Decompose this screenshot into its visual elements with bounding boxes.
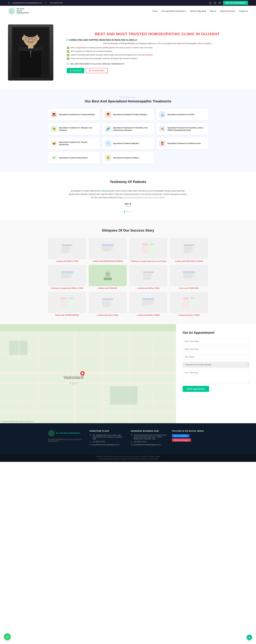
instagram-button[interactable]: Follow us on Instagram <box>172 438 191 442</box>
hero-buttons: 🏥 Visit Clinic 💬 Consult Online <box>67 68 248 73</box>
svg-rect-36 <box>184 251 192 252</box>
gallery-item-6[interactable]: A patient with RENAL STONE <box>129 265 167 289</box>
gallery-section: Glimpses Of Our Success Story A patient … <box>0 220 256 324</box>
service-card-7[interactable]: 🫧 Specialized Treatment Migraine <box>102 138 154 149</box>
check-icon-3: ✅ <box>67 54 69 56</box>
dot-1[interactable] <box>124 211 125 212</box>
gallery-image-10 <box>129 292 167 313</box>
gallery-image-11 <box>170 292 208 313</box>
gallery-image-6 <box>129 265 167 286</box>
facebook-icon[interactable]: f <box>209 1 212 4</box>
check-icon-4: ✅ <box>67 58 69 60</box>
nav-home[interactable]: Home <box>153 10 158 12</box>
testimonial-next-button[interactable]: › <box>192 193 193 197</box>
footer-instagram-container: Follow us on Instagram <box>172 438 208 442</box>
service-icon-7: 🫧 <box>105 140 111 147</box>
dot-2[interactable] <box>126 211 128 212</box>
top-bar: ✉ drvijaybbhatthomoeopathy@gmail.com 📞 +… <box>0 0 256 6</box>
svg-point-43 <box>105 272 110 277</box>
footer-col-signature: SIGNATURE PLACE 📍 202, Signature Plaza, … <box>89 430 125 447</box>
care-label: WE CARE FROM BIRTH TO OLD AGE THROUGH HO… <box>70 63 125 65</box>
nav-meet-doctor[interactable]: Meet Dr Vijay Bhatt <box>190 10 206 12</box>
service-card-5[interactable]: 🧠 Specialized Treatment For Dyslexia, Au… <box>156 123 208 135</box>
svg-text:BHATT: BHATT <box>10 12 13 13</box>
gallery-item-5[interactable]: Patients with PSORIASIS <box>89 265 127 289</box>
consult-online-button[interactable]: 💬 Consult Online <box>86 68 108 73</box>
service-name-9: Specialized Treatment Renal Stone <box>59 157 88 159</box>
service-card-4[interactable]: 🧬 Specialized Treatment For Hereditary A… <box>102 123 154 135</box>
feature-text-2: 90% of patients are referred by our este… <box>71 50 113 52</box>
dot-4[interactable] <box>131 211 132 212</box>
visit-icon: 🏥 <box>70 70 72 72</box>
gallery-image-8 <box>48 292 86 313</box>
gallery-svg-4 <box>60 270 74 281</box>
service-card-1[interactable]: 👨 Specialized Treatment For Male Inferti… <box>102 109 154 120</box>
gallery-item-8[interactable]: Patient with UTERINE FIBROID <box>48 292 86 316</box>
service-card-10[interactable]: 👶 Specialized Treatment Children <box>102 152 154 164</box>
nav-why-us[interactable]: Why us <box>210 10 216 12</box>
svg-rect-55 <box>183 278 192 278</box>
gallery-item-10[interactable]: A patient with RENAL STONEs <box>129 292 167 316</box>
gallery-item-2[interactable]: Testimony of a patient with fissures and… <box>129 238 167 262</box>
service-card-6[interactable]: 🦋 Specialized Treatment For Thyroid Dysf… <box>48 138 100 149</box>
svg-rect-51 <box>183 271 195 273</box>
topbar-phone[interactable]: +91 9152075750 <box>50 2 63 4</box>
svg-rect-64 <box>102 305 111 306</box>
book-appointment-button[interactable]: Book Appointment <box>183 386 209 392</box>
feature-text-3: Expert in providing rapid, gentle and qu… <box>71 54 153 56</box>
gallery-item-4[interactable]: Testimony of a patient with RENAL STONE <box>48 265 86 289</box>
gallery-item-11[interactable]: A patient with GALL STONE <box>170 292 208 316</box>
nav-treatments[interactable]: Our Specialized Treatments ▾ <box>162 10 186 12</box>
copyright-text: © 2025 drvijaybbhatthomoeopathy. All Rig… <box>8 458 248 460</box>
svg-rect-79 <box>101 331 103 423</box>
service-card-9[interactable]: 💎 Specialized Treatment Renal Stone <box>48 152 100 164</box>
service-card-8[interactable]: 💆 Specialized Treatment For Mental Issue… <box>156 138 208 149</box>
gallery-item-9[interactable]: A patient with GALL STONE <box>89 292 127 316</box>
svg-rect-49 <box>143 278 152 278</box>
gallery-item-1[interactable]: A patient with RHEUMATOID ARTHRITIS <box>89 238 127 262</box>
footer-signature-heading: SIGNATURE PLACE <box>89 430 125 432</box>
phone-icon-social[interactable]: ☏ <box>218 1 222 4</box>
visit-clinic-button[interactable]: 🏥 Visit Clinic <box>67 68 84 73</box>
service-icon-2: 🔬 <box>159 112 165 118</box>
svg-rect-65 <box>102 306 109 307</box>
instagram-icon[interactable]: in <box>214 1 217 4</box>
topbar-email[interactable]: drvijaybbhatthomoeopathy@gmail.com <box>12 2 42 4</box>
name-input[interactable] <box>183 338 249 344</box>
check-icon-2: ✅ <box>67 50 69 53</box>
service-icon-9: 💎 <box>51 155 57 161</box>
svg-rect-20 <box>62 249 69 250</box>
consult-icon: 💬 <box>89 70 91 72</box>
treatment-select[interactable]: Treatment For Female Infertility Treatme… <box>183 362 249 368</box>
phone-input[interactable] <box>183 354 249 360</box>
email-input[interactable] <box>183 346 249 352</box>
service-card-2[interactable]: 🔬 Specialized Treatment For PCOD <box>156 109 208 120</box>
get-appointment-button[interactable]: GET AN APPOINTMENT! <box>223 1 248 5</box>
svg-point-6 <box>23 28 38 37</box>
gallery-caption-7: A rare case if PORPHYRIA <box>170 287 208 289</box>
nav-our-doctors[interactable]: Meet Our Doctors <box>220 10 235 12</box>
gallery-item-0[interactable]: A patient with RENAL STONE <box>48 238 86 262</box>
gallery-svg-10 <box>142 297 155 308</box>
service-name-0: Specialized Treatment For Female Inferti… <box>59 114 95 116</box>
gallery-image-7 <box>170 265 208 286</box>
svg-rect-69 <box>142 303 154 304</box>
service-icon-0: 👩 <box>51 112 57 118</box>
gallery-image-5 <box>89 265 127 286</box>
message-textarea[interactable] <box>183 370 249 383</box>
testimonials-title: Testimony Of Patients <box>8 180 248 184</box>
testimonial-prev-button[interactable]: ‹ <box>63 193 64 197</box>
gallery-item-3[interactable]: A patient with PROSTRATE CANCER <box>170 238 208 262</box>
dot-3[interactable] <box>128 211 130 212</box>
testimonial-text: My daughter n myself suffered from covid… <box>68 189 188 200</box>
location-icon-2: 📍 <box>131 434 133 436</box>
service-card-0[interactable]: 👩 Specialized Treatment For Female Infer… <box>48 109 100 120</box>
facebook-button[interactable]: Like us on Facebook <box>172 434 189 438</box>
nav-contact[interactable]: Contact us <box>239 10 248 12</box>
service-card-3[interactable]: 🤧 Specialized Treatment For Allergies An… <box>48 123 100 135</box>
gallery-image-0 <box>48 238 86 259</box>
service-icon-5: 🧠 <box>159 126 165 132</box>
gallery-item-7[interactable]: A rare case if PORPHYRIA <box>170 265 208 289</box>
services-section: OUR SERVICES Our Best And Specialized Ho… <box>0 88 256 172</box>
svg-rect-70 <box>142 304 151 305</box>
